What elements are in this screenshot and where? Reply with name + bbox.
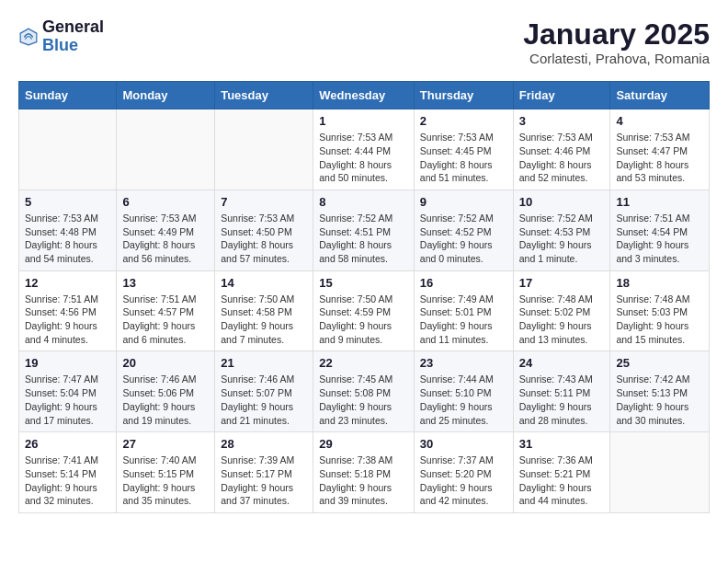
logo-blue-text: Blue [42, 37, 104, 55]
day-number: 27 [122, 437, 209, 451]
day-number: 6 [122, 195, 209, 209]
calendar-cell [610, 432, 710, 513]
day-info: Sunrise: 7:53 AM Sunset: 4:50 PM Dayligh… [221, 212, 307, 266]
day-number: 25 [616, 356, 703, 370]
calendar-cell: 20Sunrise: 7:46 AM Sunset: 5:06 PM Dayli… [117, 351, 215, 432]
weekday-header-thursday: Thursday [414, 82, 513, 109]
day-info: Sunrise: 7:48 AM Sunset: 5:02 PM Dayligh… [519, 293, 605, 347]
day-info: Sunrise: 7:48 AM Sunset: 5:03 PM Dayligh… [616, 293, 703, 347]
day-number: 24 [519, 356, 605, 370]
calendar-cell: 22Sunrise: 7:45 AM Sunset: 5:08 PM Dayli… [313, 351, 415, 432]
logo: General Blue [18, 18, 104, 55]
calendar-cell: 18Sunrise: 7:48 AM Sunset: 5:03 PM Dayli… [610, 270, 710, 351]
calendar-cell: 29Sunrise: 7:38 AM Sunset: 5:18 PM Dayli… [313, 432, 415, 513]
day-info: Sunrise: 7:46 AM Sunset: 5:06 PM Dayligh… [122, 373, 209, 427]
calendar-cell: 12Sunrise: 7:51 AM Sunset: 4:56 PM Dayli… [19, 270, 117, 351]
day-number: 13 [122, 276, 209, 290]
day-info: Sunrise: 7:53 AM Sunset: 4:45 PM Dayligh… [420, 131, 507, 185]
week-row-2: 5Sunrise: 7:53 AM Sunset: 4:48 PM Daylig… [19, 190, 710, 270]
calendar-cell: 1Sunrise: 7:53 AM Sunset: 4:44 PM Daylig… [313, 109, 415, 190]
day-info: Sunrise: 7:53 AM Sunset: 4:49 PM Dayligh… [122, 212, 209, 266]
day-info: Sunrise: 7:52 AM Sunset: 4:53 PM Dayligh… [519, 212, 605, 266]
day-number: 29 [319, 437, 408, 451]
calendar-cell: 8Sunrise: 7:52 AM Sunset: 4:51 PM Daylig… [313, 190, 415, 270]
calendar-cell: 25Sunrise: 7:42 AM Sunset: 5:13 PM Dayli… [610, 351, 710, 432]
day-number: 3 [519, 114, 605, 128]
weekday-header-friday: Friday [513, 82, 610, 109]
day-number: 23 [420, 356, 507, 370]
day-info: Sunrise: 7:52 AM Sunset: 4:51 PM Dayligh… [319, 212, 408, 266]
day-number: 28 [221, 437, 307, 451]
calendar-cell: 9Sunrise: 7:52 AM Sunset: 4:52 PM Daylig… [414, 190, 513, 270]
day-info: Sunrise: 7:41 AM Sunset: 5:14 PM Dayligh… [25, 454, 110, 508]
day-number: 12 [25, 276, 110, 290]
day-number: 7 [221, 195, 307, 209]
calendar-cell [19, 109, 117, 190]
day-number: 15 [319, 276, 408, 290]
day-number: 17 [519, 276, 605, 290]
calendar-cell: 15Sunrise: 7:50 AM Sunset: 4:59 PM Dayli… [313, 270, 415, 351]
day-info: Sunrise: 7:45 AM Sunset: 5:08 PM Dayligh… [319, 373, 408, 427]
calendar-cell [117, 109, 215, 190]
day-number: 22 [319, 356, 408, 370]
calendar-cell: 17Sunrise: 7:48 AM Sunset: 5:02 PM Dayli… [513, 270, 610, 351]
weekday-header-sunday: Sunday [19, 82, 117, 109]
calendar-cell: 14Sunrise: 7:50 AM Sunset: 4:58 PM Dayli… [215, 270, 313, 351]
weekday-header-tuesday: Tuesday [215, 82, 313, 109]
weekday-header-wednesday: Wednesday [313, 82, 415, 109]
logo-icon [18, 27, 39, 47]
week-row-4: 19Sunrise: 7:47 AM Sunset: 5:04 PM Dayli… [19, 351, 710, 432]
day-info: Sunrise: 7:51 AM Sunset: 4:54 PM Dayligh… [616, 212, 703, 266]
calendar-cell [215, 109, 313, 190]
logo-text: General Blue [42, 18, 104, 55]
day-info: Sunrise: 7:53 AM Sunset: 4:46 PM Dayligh… [519, 131, 605, 185]
week-row-3: 12Sunrise: 7:51 AM Sunset: 4:56 PM Dayli… [19, 270, 710, 351]
weekday-header-monday: Monday [117, 82, 215, 109]
day-info: Sunrise: 7:47 AM Sunset: 5:04 PM Dayligh… [25, 373, 110, 427]
calendar-cell: 5Sunrise: 7:53 AM Sunset: 4:48 PM Daylig… [19, 190, 117, 270]
calendar-cell: 26Sunrise: 7:41 AM Sunset: 5:14 PM Dayli… [19, 432, 117, 513]
day-number: 31 [519, 437, 605, 451]
location-text: Corlatesti, Prahova, Romania [523, 51, 710, 66]
calendar-cell: 13Sunrise: 7:51 AM Sunset: 4:57 PM Dayli… [117, 270, 215, 351]
calendar-cell: 24Sunrise: 7:43 AM Sunset: 5:11 PM Dayli… [513, 351, 610, 432]
day-info: Sunrise: 7:43 AM Sunset: 5:11 PM Dayligh… [519, 373, 605, 427]
day-info: Sunrise: 7:40 AM Sunset: 5:15 PM Dayligh… [122, 454, 209, 508]
day-number: 16 [420, 276, 507, 290]
day-number: 9 [420, 195, 507, 209]
calendar-cell: 21Sunrise: 7:46 AM Sunset: 5:07 PM Dayli… [215, 351, 313, 432]
calendar-cell: 7Sunrise: 7:53 AM Sunset: 4:50 PM Daylig… [215, 190, 313, 270]
calendar-cell: 19Sunrise: 7:47 AM Sunset: 5:04 PM Dayli… [19, 351, 117, 432]
day-number: 1 [319, 114, 408, 128]
day-number: 5 [25, 195, 110, 209]
day-number: 2 [420, 114, 507, 128]
day-info: Sunrise: 7:53 AM Sunset: 4:48 PM Dayligh… [25, 212, 110, 266]
calendar-cell: 11Sunrise: 7:51 AM Sunset: 4:54 PM Dayli… [610, 190, 710, 270]
calendar-cell: 10Sunrise: 7:52 AM Sunset: 4:53 PM Dayli… [513, 190, 610, 270]
month-title: January 2025 [523, 18, 710, 51]
calendar-cell: 6Sunrise: 7:53 AM Sunset: 4:49 PM Daylig… [117, 190, 215, 270]
day-number: 4 [616, 114, 703, 128]
logo-general-text: General [42, 18, 104, 37]
title-area: January 2025 Corlatesti, Prahova, Romani… [523, 18, 710, 66]
calendar-cell: 3Sunrise: 7:53 AM Sunset: 4:46 PM Daylig… [513, 109, 610, 190]
page-header: General Blue January 2025 Corlatesti, Pr… [18, 18, 710, 66]
calendar-table: SundayMondayTuesdayWednesdayThursdayFrid… [18, 81, 710, 513]
day-info: Sunrise: 7:42 AM Sunset: 5:13 PM Dayligh… [616, 373, 703, 427]
day-info: Sunrise: 7:36 AM Sunset: 5:21 PM Dayligh… [519, 454, 605, 508]
day-number: 30 [420, 437, 507, 451]
day-number: 11 [616, 195, 703, 209]
day-info: Sunrise: 7:50 AM Sunset: 4:59 PM Dayligh… [319, 293, 408, 347]
day-info: Sunrise: 7:53 AM Sunset: 4:44 PM Dayligh… [319, 131, 408, 185]
day-info: Sunrise: 7:50 AM Sunset: 4:58 PM Dayligh… [221, 293, 307, 347]
calendar-cell: 31Sunrise: 7:36 AM Sunset: 5:21 PM Dayli… [513, 432, 610, 513]
calendar-cell: 2Sunrise: 7:53 AM Sunset: 4:45 PM Daylig… [414, 109, 513, 190]
day-number: 10 [519, 195, 605, 209]
weekday-header-row: SundayMondayTuesdayWednesdayThursdayFrid… [19, 82, 710, 109]
day-info: Sunrise: 7:38 AM Sunset: 5:18 PM Dayligh… [319, 454, 408, 508]
day-number: 8 [319, 195, 408, 209]
day-info: Sunrise: 7:51 AM Sunset: 4:56 PM Dayligh… [25, 293, 110, 347]
day-info: Sunrise: 7:44 AM Sunset: 5:10 PM Dayligh… [420, 373, 507, 427]
day-number: 20 [122, 356, 209, 370]
week-row-5: 26Sunrise: 7:41 AM Sunset: 5:14 PM Dayli… [19, 432, 710, 513]
